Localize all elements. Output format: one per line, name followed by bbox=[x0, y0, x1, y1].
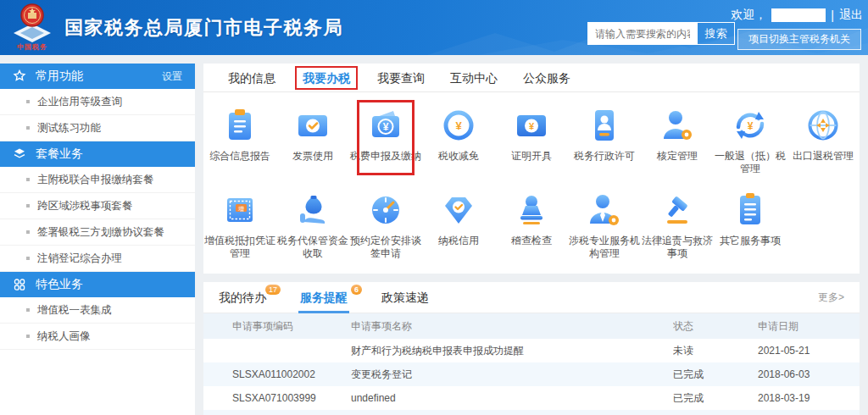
star-icon bbox=[13, 69, 26, 83]
id-permit-icon bbox=[586, 107, 623, 144]
sidebar-item-label: 签署银税三方划缴协议套餐 bbox=[37, 225, 164, 240]
cell-date: 2018-03-19 bbox=[758, 410, 860, 415]
service-label: 稽查检查 bbox=[495, 235, 568, 247]
tax-bureau-logo: 中国税务 bbox=[8, 3, 56, 52]
sidebar-item-test-practice[interactable]: 测试练习功能 bbox=[0, 115, 195, 141]
service-verification-management[interactable]: 核定管理 bbox=[641, 99, 714, 175]
cell-status: 已完成 bbox=[673, 386, 758, 410]
svg-text:¥: ¥ bbox=[748, 120, 754, 132]
services-panel: 我的信息 我要办税 我要查询 互动中心 公众服务 综合信息报告 bbox=[203, 64, 860, 274]
sidebar: 常用功能 设置 企业信用等级查询 测试练习功能 套餐业务 主附税联合申报缴纳套餐… bbox=[0, 64, 195, 415]
bullet-icon bbox=[26, 257, 30, 260]
search-input[interactable] bbox=[588, 23, 697, 44]
stamp-seal-icon bbox=[513, 191, 550, 229]
sidebar-item-taxpayer-profile[interactable]: 纳税人画像 bbox=[0, 324, 195, 350]
service-invoice-use[interactable]: 发票使用 bbox=[276, 99, 349, 175]
voucher-stamp-icon: 增 bbox=[221, 191, 259, 229]
nav-tabs: 我的信息 我要办税 我要查询 互动中心 公众服务 bbox=[203, 64, 860, 92]
tab-my-info[interactable]: 我的信息 bbox=[215, 64, 288, 92]
service-legal-accountability-relief[interactable]: 法律追责与救济事项 bbox=[641, 184, 714, 260]
tab-policy-express[interactable]: 政策速递 bbox=[381, 282, 429, 313]
cell-status: 已完成 bbox=[673, 410, 758, 415]
svg-text:¥: ¥ bbox=[455, 119, 462, 132]
tab-my-query[interactable]: 我要查询 bbox=[364, 64, 437, 92]
tab-public-services[interactable]: 公众服务 bbox=[510, 64, 583, 92]
sidebar-item-tripartite-agreement-package[interactable]: 签署银税三方划缴协议套餐 bbox=[0, 219, 195, 246]
service-export-refund-management[interactable]: 出口退税管理 bbox=[787, 99, 860, 175]
table-header: 申请事项编码 申请事项名称 状态 申请日期 bbox=[203, 313, 860, 339]
service-other-services[interactable]: 其它服务事项 bbox=[714, 184, 787, 260]
service-administrative-license[interactable]: 税务行政许可 bbox=[568, 99, 641, 175]
service-label: 法律追责与救济事项 bbox=[641, 235, 714, 260]
table-row[interactable]: SLSXA071003999 undefined 已完成 2018-03-19 bbox=[203, 386, 860, 410]
sidebar-item-label: 主附税联合申报缴纳套餐 bbox=[37, 173, 154, 187]
cell-code: SLSXA011002002 bbox=[232, 362, 351, 386]
bullet-icon bbox=[26, 335, 30, 338]
wallet-yen-icon: ¥ bbox=[367, 107, 404, 144]
service-label: 其它服务事项 bbox=[714, 235, 787, 247]
svg-text:¥: ¥ bbox=[529, 121, 535, 131]
service-tax-credit[interactable]: 纳税信用 bbox=[422, 184, 495, 260]
service-label: 税务行政许可 bbox=[568, 150, 641, 163]
sidebar-section-package-business[interactable]: 套餐业务 bbox=[0, 141, 195, 167]
service-label: 综合信息报告 bbox=[203, 150, 276, 163]
service-label: 核定管理 bbox=[641, 150, 714, 163]
service-custodial-funds-collection[interactable]: 税务代保管资金收取 bbox=[276, 184, 349, 260]
cell-status: 未读 bbox=[673, 339, 758, 362]
sidebar-item-vat-one-form[interactable]: 增值税一表集成 bbox=[0, 297, 195, 324]
service-advance-pricing-application[interactable]: 预约定价安排谈签申请 bbox=[349, 184, 422, 260]
sidebar-item-credit-rating-query[interactable]: 企业信用等级查询 bbox=[0, 89, 195, 115]
sidebar-section-common-functions[interactable]: 常用功能 设置 bbox=[0, 64, 195, 89]
sidebar-item-joint-declaration-package[interactable]: 主附税联合申报缴纳套餐 bbox=[0, 167, 195, 193]
service-tax-agency-management[interactable]: 涉税专业服务机构管理 bbox=[568, 184, 641, 260]
bullet-icon bbox=[26, 178, 30, 181]
sidebar-item-deregistration-handling[interactable]: 注销登记综合办理 bbox=[0, 246, 195, 272]
cell-name: 财产和行为税纳税申报表申报成功提醒 bbox=[351, 339, 673, 362]
cell-code: SLSXA071003999 bbox=[232, 386, 351, 410]
credit-gem-check-icon bbox=[440, 191, 477, 229]
service-audit-inspection[interactable]: 稽查检查 bbox=[495, 184, 568, 260]
column-header-name: 申请事项名称 bbox=[351, 313, 673, 339]
sidebar-item-cross-region-package[interactable]: 跨区域涉税事项套餐 bbox=[0, 193, 195, 219]
service-certificate-issuance[interactable]: ¥ 证明开具 bbox=[495, 99, 568, 175]
cell-date: 2021-05-21 bbox=[758, 339, 860, 362]
settings-link[interactable]: 设置 bbox=[162, 69, 182, 84]
service-general-refund-management[interactable]: ¥ 一般退（抵）税管理 bbox=[714, 99, 787, 175]
service-tax-declaration-payment[interactable]: ¥ 税费申报及缴纳 bbox=[349, 99, 422, 175]
bullet-icon bbox=[26, 308, 30, 312]
section-title: 常用功能 bbox=[36, 69, 83, 84]
table-row[interactable]: SLSXA011002002 变更税务登记 已完成 2018-06-03 bbox=[203, 362, 860, 386]
service-vat-deduction-voucher[interactable]: 增 增值税抵扣凭证管理 bbox=[203, 184, 276, 260]
service-comprehensive-info-report[interactable]: 综合信息报告 bbox=[203, 99, 276, 175]
national-emblem-icon bbox=[11, 3, 53, 44]
tab-interaction-center[interactable]: 互动中心 bbox=[437, 64, 510, 92]
service-tax-reduction[interactable]: ¥ 税收减免 bbox=[422, 99, 495, 175]
tab-label: 我的待办 bbox=[219, 290, 266, 304]
tab-label: 政策速递 bbox=[381, 290, 429, 304]
section-title: 套餐业务 bbox=[36, 147, 83, 162]
person-gear-icon bbox=[659, 107, 696, 144]
switch-tax-authority-button[interactable]: 项目切换主管税务机关 bbox=[737, 29, 861, 50]
table-row[interactable]: 财产和行为税纳税申报表申报成功提醒 未读 2021-05-21 bbox=[203, 339, 860, 362]
table-row[interactable]: SLSXA011029001 存款账户账号报告 已完成 2018-03-19 bbox=[203, 410, 860, 415]
tab-service-reminders[interactable]: 服务提醒 6 bbox=[300, 282, 348, 313]
service-label: 一般退（抵）税管理 bbox=[714, 150, 787, 175]
sidebar-section-special-business[interactable]: 特色业务 bbox=[0, 272, 195, 297]
column-header-code: 申请事项编码 bbox=[232, 313, 351, 339]
column-header-status: 状态 bbox=[673, 313, 758, 339]
globe-export-icon bbox=[804, 107, 842, 144]
more-link[interactable]: 更多> bbox=[818, 290, 844, 305]
tab-tax-handling[interactable]: 我要办税 bbox=[295, 66, 358, 90]
svg-text:增: 增 bbox=[237, 206, 244, 213]
page-title: 国家税务总局厦门市电子税务局 bbox=[64, 15, 343, 41]
redacted-username bbox=[771, 8, 826, 22]
tasks-tabs: 我的待办 17 服务提醒 6 政策速递 更多> bbox=[203, 282, 860, 313]
user-area: 欢迎， | 退出 bbox=[731, 8, 863, 23]
main-area: 我的信息 我要办税 我要查询 互动中心 公众服务 综合信息报告 bbox=[203, 64, 860, 415]
search-button[interactable]: 搜索 bbox=[697, 23, 734, 44]
welcome-label: 欢迎， bbox=[731, 8, 766, 23]
cell-date: 2018-03-19 bbox=[758, 386, 860, 410]
moneybag-hand-icon bbox=[294, 191, 331, 229]
tab-my-todo[interactable]: 我的待办 17 bbox=[219, 282, 266, 313]
logout-link[interactable]: 退出 bbox=[839, 8, 863, 23]
